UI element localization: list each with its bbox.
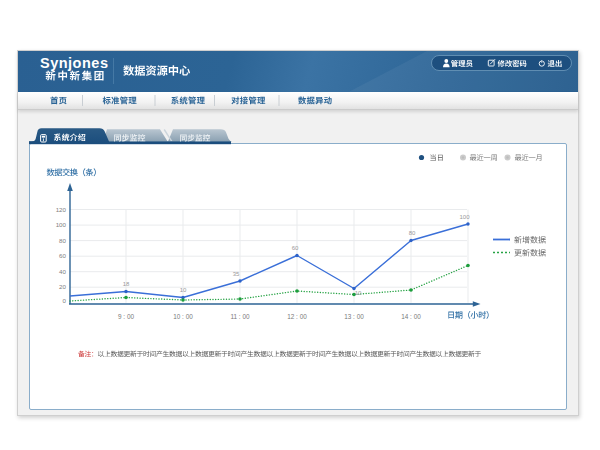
svg-text:18: 18 [123,281,130,287]
svg-text:10: 10 [355,290,362,296]
svg-text:10 : 00: 10 : 00 [173,313,193,320]
svg-text:80: 80 [409,230,416,236]
svg-text:60: 60 [59,252,66,259]
svg-text:Synjones: Synjones [40,55,108,71]
svg-text:100: 100 [459,214,470,220]
svg-text:35: 35 [233,271,240,277]
svg-text:80: 80 [59,237,66,244]
svg-text:9 : 00: 9 : 00 [118,313,134,320]
svg-text:12 : 00: 12 : 00 [287,313,307,320]
svg-text:100: 100 [56,221,67,228]
svg-text:14 : 00: 14 : 00 [401,313,421,320]
svg-text:120: 120 [56,206,67,213]
svg-text:60: 60 [292,245,299,251]
svg-text:10: 10 [180,287,187,293]
svg-text:11 : 00: 11 : 00 [230,313,250,320]
svg-text:13 : 00: 13 : 00 [344,313,364,320]
svg-text:0: 0 [63,297,67,304]
svg-text:40: 40 [59,268,66,275]
svg-text:20: 20 [59,283,66,290]
